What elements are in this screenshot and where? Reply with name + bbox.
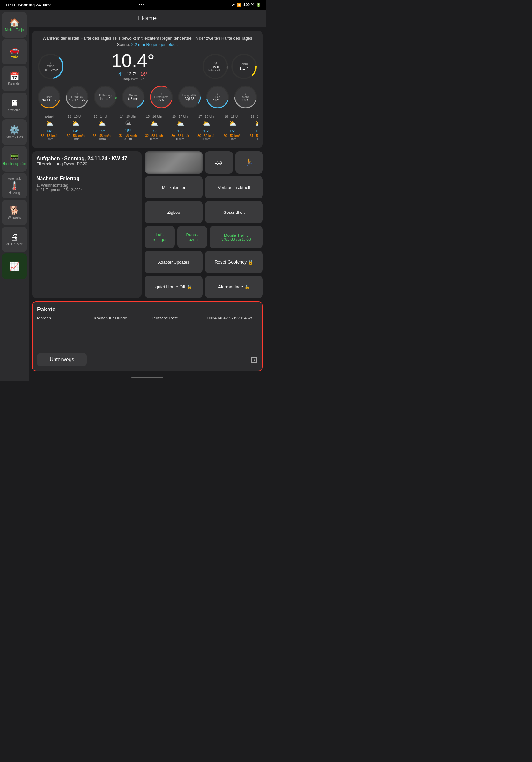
metric-boen: ↑ Böen 39.1 km/h bbox=[36, 84, 62, 110]
sidebar-item-home[interactable]: 🏠 Micha | Tanja bbox=[2, 12, 27, 38]
battery-icon: 🔋 bbox=[256, 3, 261, 7]
sun-label: Sonne bbox=[239, 62, 249, 66]
f1-button[interactable]: 🏎 bbox=[205, 151, 233, 174]
status-right: ➤ 📶 100 % 🔋 bbox=[232, 3, 261, 7]
zigbee-label: Zigbee bbox=[167, 210, 180, 215]
bottom-section: Aufgaben · Sonntag, 24.11.24 · KW 47 Fil… bbox=[32, 151, 263, 298]
hour-item: 18 - 19 Uhr ⛅ 15° 30 - 52 km/h 0 mm bbox=[220, 114, 245, 142]
verbrauch-button[interactable]: Verbrauch aktuell bbox=[205, 176, 263, 198]
uv-label: UV 0 bbox=[212, 65, 219, 69]
sidebar-item-heizung[interactable]: Automatik 🌡️ Heizung bbox=[2, 173, 27, 198]
sports-icon: 🏃 bbox=[245, 158, 253, 167]
sidebar-item-auto[interactable]: 🚗 Auto bbox=[2, 39, 27, 64]
sports-button[interactable]: 🏃 bbox=[235, 151, 263, 174]
uv-sublabel: kein Risiko bbox=[208, 69, 222, 72]
sidebar-label-drucker: 3D Drucker bbox=[6, 243, 23, 246]
holiday-section: Nächster Feiertag 1. Weihnachtstag in 31… bbox=[36, 176, 137, 192]
verbrauch-label: Verbrauch aktuell bbox=[218, 185, 250, 190]
f1-sports-row: 🏎 🏃 bbox=[205, 151, 263, 174]
sidebar: 🏠 Micha | Tanja 🚗 Auto 📅 Kalender 🖥 Syst… bbox=[0, 10, 29, 381]
title-underline bbox=[141, 24, 154, 24]
packages-title: Pakete bbox=[37, 306, 258, 313]
temp-mid: 12.7° bbox=[127, 71, 137, 76]
uv-symbol: ⊙ bbox=[213, 60, 217, 65]
adapterupdates-button[interactable]: Adapter Updates bbox=[145, 251, 203, 273]
weather-main-row: ↓ Wind 10.1 km/h 10.4° 4° 12.7° 16° Taup… bbox=[36, 51, 258, 81]
metric-luftq-inner: Luftqualität AQI 33 bbox=[177, 84, 202, 110]
luftreiniger-button[interactable]: Luft. reiniger bbox=[145, 226, 175, 248]
weather-card: Während der ersten Hälfte des Tages Teil… bbox=[32, 31, 263, 148]
sidebar-item-kalender[interactable]: 📅 Kalender bbox=[2, 66, 27, 91]
temp-high: 16° bbox=[140, 71, 148, 77]
hour-item: 14 - 15 Uhr 🌤 15° 33 - 58 km/h 0 mm bbox=[115, 114, 141, 142]
mobiletraffic-button[interactable]: Mobile Traffic 3.326 GB von 18 GB bbox=[210, 226, 263, 248]
metric-regen-inner: Regen 6.3 mm bbox=[120, 84, 146, 110]
qr-icon[interactable]: ⊡ bbox=[250, 354, 258, 365]
metric-luftfeuchte: ↑ Luftfeuchte 79 % bbox=[149, 84, 174, 110]
kalender-icon: 📅 bbox=[9, 72, 20, 80]
center-dots bbox=[139, 4, 145, 5]
zigbee-button[interactable]: Zigbee bbox=[145, 201, 203, 223]
sidebar-item-haushaltsgeraete[interactable]: 📟 Haushaltsgeräte bbox=[2, 146, 27, 172]
rain-link[interactable]: 2.2 mm Regen gemeldet. bbox=[131, 42, 178, 47]
hour-item: aktuell ⛅ 14° 32 - 55 km/h 0 mm bbox=[36, 114, 62, 142]
adapterupdates-label: Adapter Updates bbox=[158, 260, 189, 265]
package-time: Morgen bbox=[37, 316, 87, 320]
home-icon: 🏠 bbox=[9, 19, 20, 27]
metric-tide-inner: ↓ Tide 4.52 m bbox=[205, 84, 230, 110]
blurred-button[interactable] bbox=[145, 151, 203, 174]
resetgeofency-button[interactable]: Reset Geofency 🔒 bbox=[205, 251, 263, 273]
tasks-title: Aufgaben · Sonntag, 24.11.24 · KW 47 bbox=[36, 156, 137, 162]
sidebar-label-strom: Strom / Gas bbox=[6, 135, 23, 139]
muellkalender-button[interactable]: Müllkalender bbox=[145, 176, 203, 198]
strom-icon: ⚙️ bbox=[9, 126, 20, 134]
gesundheit-button[interactable]: Gesundheit bbox=[205, 201, 263, 223]
status-bar: 11:11 Sonntag 24. Nov. ➤ 📶 100 % 🔋 bbox=[0, 0, 266, 10]
sun-inner: Sonne 1.1 h bbox=[230, 52, 258, 81]
sun-widget: Sonne 1.1 h bbox=[230, 52, 258, 81]
quithome-label: quiet Home Off 🔒 bbox=[155, 284, 192, 289]
auto-icon: 🚗 bbox=[9, 45, 20, 54]
sidebar-item-whippets[interactable]: 🐕 Whippets bbox=[2, 200, 27, 225]
dunstabzug-label: Dunst. abzug bbox=[186, 232, 198, 242]
sidebar-item-chart[interactable]: 📈 bbox=[2, 253, 27, 279]
metric-regen: Regen 6.3 mm bbox=[120, 84, 146, 110]
gesundheit-label: Gesundheit bbox=[223, 210, 245, 215]
metric-mond-inner: ↓ Mond 46 % bbox=[233, 84, 258, 110]
quithome-button[interactable]: quiet Home Off 🔒 bbox=[145, 276, 203, 298]
sidebar-item-strom[interactable]: ⚙️ Strom / Gas bbox=[2, 119, 27, 145]
hour-item: 17 - 18 Uhr ⛅ 15° 30 - 52 km/h 0 mm bbox=[193, 114, 220, 142]
weather-metrics-row: ↑ Böen 39.1 km/h ↑ Luftdruck 1001.1 hPa bbox=[36, 84, 258, 110]
metric-luftdruck-inner: ↑ Luftdruck 1001.1 hPa bbox=[64, 84, 90, 110]
date: Sonntag 24. Nov. bbox=[18, 3, 52, 7]
blur-overlay bbox=[145, 151, 203, 174]
time: 11:11 bbox=[5, 3, 16, 7]
tasks-card: Aufgaben · Sonntag, 24.11.24 · KW 47 Fil… bbox=[32, 151, 142, 298]
luft-dunst-row: Luft. reiniger Dunst. abzug Mobile Traff… bbox=[145, 226, 263, 248]
alarmanlage-button[interactable]: Alarmanlage 🔒 bbox=[205, 276, 263, 298]
haushalts-icon: 📟 bbox=[9, 153, 20, 161]
automatik-label: Automatik bbox=[8, 177, 21, 180]
wifi-icon: 📶 bbox=[237, 3, 241, 7]
metric-luftqualitaet: Luftqualität AQI 33 bbox=[177, 84, 202, 110]
sidebar-label-heizung: Heizung bbox=[9, 191, 21, 194]
metric-pollen-inner: Pollenflug Index 0 bbox=[93, 84, 118, 110]
sidebar-item-systeme[interactable]: 🖥 Systeme bbox=[2, 93, 27, 118]
systeme-icon: 🖥 bbox=[10, 99, 19, 107]
sidebar-item-3ddrucker[interactable]: 🖨 3D Drucker bbox=[2, 227, 27, 252]
metric-mond: ↓ Mond 46 % bbox=[233, 84, 258, 110]
sun-value: 1.1 h bbox=[239, 66, 249, 70]
package-carrier: Deutsche Post bbox=[151, 316, 201, 320]
weather-description: Während der ersten Hälfte des Tages Teil… bbox=[36, 35, 258, 47]
unterwegs-button[interactable]: Unterwegs bbox=[37, 353, 87, 366]
packages-footer: Unterwegs ⊡ bbox=[37, 353, 258, 366]
holiday-name: 1. Weihnachtstag bbox=[36, 183, 137, 188]
metric-boen-inner: ↑ Böen 39.1 km/h bbox=[36, 84, 62, 110]
uv-inner: ⊙ UV 0 kein Risiko bbox=[201, 52, 230, 81]
dunstabzug-button[interactable]: Dunst. abzug bbox=[177, 226, 207, 248]
wind-label: Wind bbox=[47, 64, 54, 68]
wind-widget: ↓ Wind 10.1 km/h bbox=[36, 52, 65, 81]
package-row: Morgen Kochen für Hunde Deutsche Post 00… bbox=[37, 316, 258, 320]
sidebar-label-kalender: Kalender bbox=[8, 82, 21, 85]
dew-point: Taupunkt 9.2° bbox=[65, 77, 201, 81]
